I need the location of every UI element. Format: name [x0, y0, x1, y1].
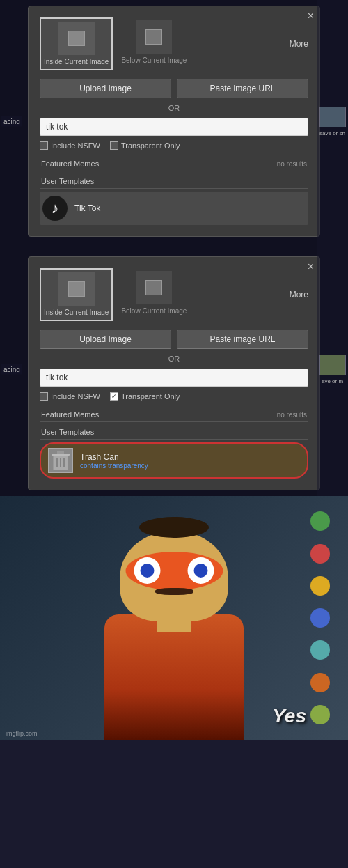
- template-info-tiktok: Tik Tok: [74, 203, 100, 213]
- bg-thumb-1: [319, 107, 346, 127]
- bg-right-1: save or sh: [317, 0, 348, 242]
- save-hint-2: ave or m: [322, 378, 343, 385]
- tab-label-below-1: Below Current Image: [121, 56, 187, 65]
- tab-thumbnail-1: [58, 22, 95, 55]
- tab-row-2: Inside Current Image Below Current Image…: [40, 268, 308, 321]
- or-divider-2: OR: [40, 355, 308, 363]
- featured-memes-label-1: Featured Memes: [41, 160, 99, 168]
- transparent-label-2: Transparent Only: [121, 392, 180, 401]
- tab-thumbnail-inner-below-2: [145, 280, 162, 295]
- tiktok-icon: ♪: [42, 196, 68, 221]
- bg-thumb-2: [319, 355, 346, 375]
- transparent-checkbox-box-1[interactable]: [110, 141, 118, 150]
- tab-label-inside-2: Inside Current Image: [44, 309, 109, 317]
- paste-url-button-2[interactable]: Paste image URL: [177, 330, 308, 349]
- tab-thumbnail-below-1: [136, 20, 172, 54]
- nsfw-checkbox-1[interactable]: Include NSFW: [40, 141, 100, 150]
- close-button-2[interactable]: ×: [308, 261, 314, 272]
- circle-7: [310, 705, 330, 724]
- circle-6: [310, 673, 330, 692]
- tab-inside-current-1[interactable]: Inside Current Image: [40, 17, 113, 70]
- tab-below-current-1[interactable]: Below Current Image: [118, 17, 189, 68]
- transparent-checkbox-box-2[interactable]: ✓: [110, 392, 118, 401]
- transparent-label-1: Transparent Only: [121, 141, 180, 150]
- imgflip-watermark: imgflip.com: [6, 730, 38, 737]
- user-templates-label-1: User Templates: [41, 177, 94, 185]
- tab-thumbnail-inner-1: [68, 31, 85, 46]
- more-button-2[interactable]: More: [290, 290, 308, 300]
- bg-label-1: acing: [1, 116, 22, 127]
- bg-label-2: acing: [1, 364, 22, 375]
- bg-right-2: ave or m: [317, 242, 348, 496]
- or-divider-1: OR: [40, 104, 308, 112]
- save-hint-1: save or sh: [319, 130, 345, 137]
- featured-memes-header-1: Featured Memes no results: [40, 157, 308, 171]
- search-input-1[interactable]: [40, 118, 308, 136]
- trash-icon: [48, 448, 73, 473]
- circle-1: [310, 511, 330, 531]
- close-button-1[interactable]: ×: [308, 10, 314, 22]
- panel1-container: acing save or sh × Inside Current Image …: [0, 0, 348, 242]
- template-item-tiktok[interactable]: ♪ Tik Tok: [40, 192, 308, 225]
- tab-thumbnail-inner-below-1: [145, 29, 162, 45]
- search-input-2[interactable]: [40, 369, 308, 387]
- template-info-trash: Trash Can contains transparency: [80, 452, 148, 470]
- template-item-trash[interactable]: Trash Can contains transparency: [40, 442, 308, 479]
- btn-row-1: Upload Image Paste image URL: [40, 79, 308, 98]
- circle-3: [310, 576, 330, 596]
- no-results-1: no results: [277, 160, 307, 168]
- tab-label-inside-1: Inside Current Image: [44, 58, 109, 66]
- bg-circles: [292, 496, 348, 740]
- tab-inside-current-2[interactable]: Inside Current Image: [40, 268, 113, 321]
- user-templates-header-1: User Templates: [40, 174, 308, 189]
- panel2-container: acing ave or m × Inside Current Image Be…: [0, 242, 348, 496]
- character-figure: [70, 517, 278, 740]
- featured-memes-label-2: Featured Memes: [41, 410, 99, 419]
- transparent-checkbox-2[interactable]: ✓ Transparent Only: [110, 392, 180, 401]
- btn-row-2: Upload Image Paste image URL: [40, 330, 308, 349]
- upload-image-button-1[interactable]: Upload Image: [40, 79, 171, 98]
- tab-thumbnail-2: [58, 272, 95, 306]
- nsfw-checkbox-box-1[interactable]: [40, 141, 48, 150]
- no-results-2: no results: [277, 411, 307, 419]
- nsfw-label-2: Include NSFW: [51, 392, 100, 401]
- transparent-checkbox-1[interactable]: Transparent Only: [110, 141, 180, 150]
- circle-4: [310, 608, 330, 628]
- tab-thumbnail-inner-2: [68, 281, 85, 297]
- dialog-panel-2: × Inside Current Image Below Current Ima…: [28, 256, 320, 490]
- template-sub-trash: contains transparency: [80, 462, 148, 470]
- checkbox-row-2: Include NSFW ✓ Transparent Only: [40, 392, 308, 401]
- more-button-1[interactable]: More: [290, 39, 308, 49]
- bottom-image-section: Yes imgflip.com: [0, 496, 348, 740]
- tab-thumbnail-below-2: [136, 271, 172, 304]
- nsfw-label-1: Include NSFW: [51, 141, 100, 150]
- tab-below-current-2[interactable]: Below Current Image: [118, 268, 189, 318]
- tab-row-1: Inside Current Image Below Current Image…: [40, 17, 308, 70]
- circle-5: [310, 640, 330, 660]
- dialog-panel-1: × Inside Current Image Below Current Ima…: [28, 6, 320, 237]
- user-templates-header-2: User Templates: [40, 425, 308, 440]
- paste-url-button-1[interactable]: Paste image URL: [177, 79, 308, 98]
- circle-2: [310, 544, 330, 564]
- upload-image-button-2[interactable]: Upload Image: [40, 330, 171, 349]
- featured-memes-header-2: Featured Memes no results: [40, 408, 308, 422]
- tab-label-below-2: Below Current Image: [121, 307, 187, 316]
- checkbox-row-1: Include NSFW Transparent Only: [40, 141, 308, 150]
- trash-can-svg: [51, 449, 70, 472]
- template-name-tiktok: Tik Tok: [74, 203, 100, 213]
- nsfw-checkbox-box-2[interactable]: [40, 392, 48, 401]
- yes-text: Yes: [272, 705, 306, 727]
- template-name-trash: Trash Can: [80, 452, 148, 462]
- user-templates-label-2: User Templates: [41, 428, 94, 436]
- nsfw-checkbox-2[interactable]: Include NSFW: [40, 392, 100, 401]
- svg-rect-2: [57, 451, 64, 454]
